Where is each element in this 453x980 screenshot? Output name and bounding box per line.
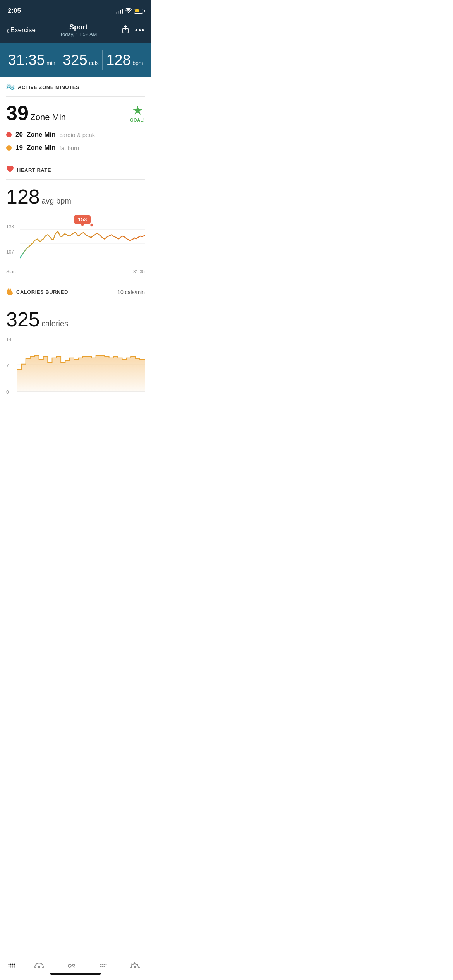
svg-point-3: [90, 224, 93, 227]
signal-icon: [116, 8, 123, 14]
goal-star-icon: ★: [132, 103, 143, 118]
cal-chart-mid: 7: [6, 363, 11, 368]
azm-section-header: ACTIVE ZONE MINUTES: [6, 83, 145, 97]
nav-actions: •••: [121, 25, 145, 36]
stats-bar: 31:35 min 325 cals 128 bpm: [0, 43, 151, 77]
calories-main: 325 calories: [6, 308, 145, 331]
active-zone-minutes-section: ACTIVE ZONE MINUTES 39 Zone Min ★ GOAL! …: [0, 77, 151, 152]
battery-icon: [134, 9, 143, 14]
back-button[interactable]: ‹ Exercise: [6, 26, 36, 35]
hr-avg-value: 128: [6, 185, 40, 208]
hr-main: 128 avg bpm: [6, 186, 145, 208]
stat-calories: 325 cals: [63, 53, 99, 67]
heartrate-value: 128: [106, 52, 130, 68]
heart-rate-section: HEART RATE 128 avg bpm 133 107 153: [0, 159, 151, 281]
heart-rate-chart: 133 107 153: [6, 214, 145, 264]
goal-text: GOAL!: [130, 118, 145, 122]
cal-section-title: CALORIES BURNED: [16, 289, 68, 295]
hr-end-label: 31:35: [133, 269, 145, 274]
fatburn-dot-icon: [6, 145, 12, 151]
calories-rate: 10 cals/min: [117, 289, 145, 295]
azm-section-title: ACTIVE ZONE MINUTES: [18, 84, 79, 90]
cal-chart-bottom: 0: [6, 389, 11, 395]
hr-avg-unit: avg bpm: [41, 197, 71, 205]
cardio-dot-icon: [6, 132, 12, 137]
wifi-icon: [125, 8, 132, 14]
heart-icon: [6, 166, 14, 175]
azm-total-value: 39: [6, 102, 29, 124]
cal-chart-labels: 14 7 0: [6, 337, 11, 395]
hr-tooltip: 153: [74, 215, 91, 224]
stat-divider-1: [59, 50, 59, 70]
calories-burned-section: CALORIES BURNED 10 cals/min 325 calories…: [0, 281, 151, 395]
nav-subtitle: Today, 11:52 AM: [60, 31, 97, 37]
nav-header: ‹ Exercise Sport Today, 11:52 AM •••: [0, 19, 151, 43]
calories-value: 325: [63, 52, 87, 68]
cardio-zone-row: 20 Zone Min cardio & peak: [6, 131, 145, 139]
calories-unit: cals: [89, 60, 99, 66]
duration-unit: min: [46, 60, 55, 66]
azm-total-label: Zone Min: [30, 112, 66, 122]
calories-chart: 14 7 0: [6, 337, 145, 395]
fatburn-zone-row: 19 Zone Min fat burn: [6, 144, 145, 152]
hr-section-header: HEART RATE: [6, 166, 145, 180]
azm-main-row: 39 Zone Min ★ GOAL!: [6, 103, 145, 123]
hr-chart-labels: 133 107: [6, 214, 14, 264]
share-button[interactable]: [121, 25, 130, 36]
stat-divider-2: [102, 50, 103, 70]
azm-icon: [6, 83, 15, 92]
back-chevron-icon: ‹: [6, 26, 9, 35]
cal-chart-top: 14: [6, 337, 11, 342]
more-button[interactable]: •••: [135, 26, 145, 34]
fatburn-zone-label: Zone Min: [27, 144, 56, 152]
hr-chart-mid: 107: [6, 249, 14, 255]
hr-section-title: HEART RATE: [17, 167, 51, 173]
nav-title: Sport: [60, 23, 97, 31]
hr-time-labels: Start 31:35: [6, 267, 145, 281]
stat-duration: 31:35 min: [8, 53, 55, 67]
status-time: 2:05: [8, 7, 21, 15]
stat-heartrate: 128 bpm: [106, 53, 143, 67]
cardio-zone-value: 20: [15, 131, 23, 139]
cardio-zone-label: Zone Min: [27, 131, 56, 139]
back-label: Exercise: [10, 26, 36, 34]
nav-title-group: Sport Today, 11:52 AM: [60, 23, 97, 37]
hr-chart-high: 133: [6, 224, 14, 230]
status-bar: 2:05: [0, 0, 151, 19]
hr-start-label: Start: [6, 269, 16, 274]
calories-total-unit: calories: [41, 319, 68, 328]
cal-section-header: CALORIES BURNED 10 cals/min: [6, 287, 145, 302]
fatburn-zone-value: 19: [15, 144, 23, 152]
goal-badge: ★ GOAL!: [130, 103, 145, 122]
azm-total: 39 Zone Min: [6, 103, 66, 123]
cardio-zone-type: cardio & peak: [60, 132, 95, 138]
calories-total-value: 325: [6, 308, 40, 331]
cal-chart-svg: [17, 337, 145, 391]
fatburn-zone-type: fat burn: [60, 145, 79, 151]
main-content: ACTIVE ZONE MINUTES 39 Zone Min ★ GOAL! …: [0, 77, 151, 430]
heartrate-unit: bpm: [132, 60, 143, 66]
duration-value: 31:35: [8, 52, 45, 68]
status-icons: [116, 8, 143, 14]
flame-icon: [6, 287, 13, 297]
